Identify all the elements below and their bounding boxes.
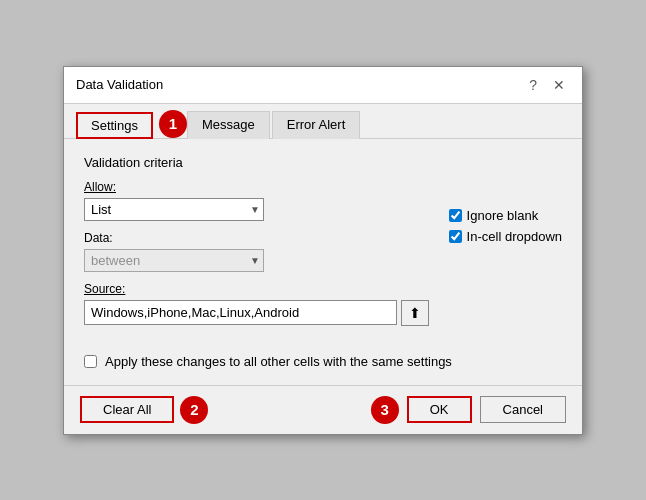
source-collapse-button[interactable]: ⬆ <box>401 300 429 326</box>
source-group: Source: ⬆ <box>84 282 429 326</box>
allow-group: Allow: List ▼ <box>84 180 429 221</box>
source-input[interactable] <box>84 300 397 325</box>
allow-select[interactable]: List <box>84 198 264 221</box>
left-column: Allow: List ▼ Data: between <box>84 180 429 336</box>
dialog-footer: Clear All 2 3 OK Cancel <box>64 385 582 434</box>
close-button[interactable]: ✕ <box>548 75 570 95</box>
data-validation-dialog: Data Validation ? ✕ Settings 1 Message E… <box>63 66 583 435</box>
right-column: Ignore blank In-cell dropdown <box>449 180 562 244</box>
footer-left: Clear All 2 <box>80 396 208 424</box>
apply-all-label: Apply these changes to all other cells w… <box>105 354 452 369</box>
badge-one: 1 <box>159 110 187 138</box>
settings-tab-wrapper: Settings 1 <box>76 110 187 138</box>
tab-error-alert[interactable]: Error Alert <box>272 111 361 139</box>
allow-select-wrapper: List ▼ <box>84 198 264 221</box>
footer-right: 3 OK Cancel <box>371 396 566 424</box>
badge-three: 3 <box>371 396 399 424</box>
allow-label: Allow: <box>84 180 429 194</box>
tab-message[interactable]: Message <box>187 111 270 139</box>
title-controls: ? ✕ <box>524 75 570 95</box>
tab-settings[interactable]: Settings <box>76 112 153 139</box>
source-row: ⬆ <box>84 300 429 326</box>
in-cell-dropdown-label: In-cell dropdown <box>467 229 562 244</box>
data-select[interactable]: between <box>84 249 264 272</box>
data-group: Data: between ▼ <box>84 231 429 272</box>
tab-bar: Settings 1 Message Error Alert <box>64 104 582 139</box>
dialog-content: Validation criteria Allow: List ▼ Data: <box>64 139 582 385</box>
help-button[interactable]: ? <box>524 75 542 95</box>
source-label: Source: <box>84 282 429 296</box>
ignore-blank-label: Ignore blank <box>467 208 539 223</box>
ignore-blank-row: Ignore blank <box>449 208 562 223</box>
ok-button[interactable]: OK <box>407 396 472 423</box>
clear-all-button[interactable]: Clear All <box>80 396 174 423</box>
badge-two: 2 <box>180 396 208 424</box>
data-label: Data: <box>84 231 429 245</box>
title-bar: Data Validation ? ✕ <box>64 67 582 104</box>
in-cell-dropdown-checkbox[interactable] <box>449 230 462 243</box>
apply-row: Apply these changes to all other cells w… <box>84 354 562 369</box>
ignore-blank-checkbox[interactable] <box>449 209 462 222</box>
section-title: Validation criteria <box>84 155 562 170</box>
cancel-button[interactable]: Cancel <box>480 396 566 423</box>
data-select-wrapper: between ▼ <box>84 249 264 272</box>
apply-all-checkbox[interactable] <box>84 355 97 368</box>
main-row: Allow: List ▼ Data: between <box>84 180 562 336</box>
dialog-title: Data Validation <box>76 77 163 92</box>
in-cell-dropdown-row: In-cell dropdown <box>449 229 562 244</box>
